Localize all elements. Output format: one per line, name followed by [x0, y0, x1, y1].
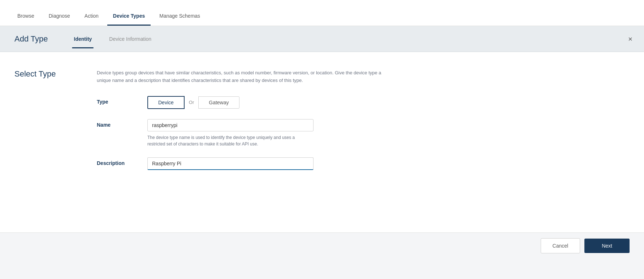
cancel-button[interactable]: Cancel	[541, 238, 580, 253]
top-navigation: Browse Diagnose Action Device Types Mana…	[0, 0, 644, 26]
name-input[interactable]	[147, 119, 314, 131]
wizard-header: Add Type Identity Device Information ×	[0, 26, 644, 52]
type-label: Type	[97, 96, 147, 105]
nav-action[interactable]: Action	[79, 4, 104, 26]
name-row: Name The device type name is used to ide…	[97, 119, 393, 147]
description-input[interactable]	[147, 157, 314, 170]
nav-diagnose[interactable]: Diagnose	[43, 4, 76, 26]
footer: Cancel Next	[0, 232, 644, 258]
description-label: Description	[97, 157, 147, 166]
wizard-step-identity[interactable]: Identity	[65, 36, 101, 42]
wizard-title: Add Type	[14, 34, 48, 44]
name-label: Name	[97, 119, 147, 128]
wizard-steps: Identity Device Information	[65, 36, 160, 42]
type-row: Type Device Or Gateway	[97, 96, 393, 109]
form-description: Device types group devices that have sim…	[97, 69, 393, 84]
close-button[interactable]: ×	[628, 35, 632, 43]
wizard-step-identity-label: Identity	[74, 36, 92, 42]
nav-manage-schemas[interactable]: Manage Schemas	[154, 4, 206, 26]
name-control: The device type name is used to identify…	[147, 119, 393, 147]
type-buttons: Device Or Gateway	[147, 96, 393, 109]
type-device-button[interactable]: Device	[147, 96, 185, 109]
main-content: Select Type Device types group devices t…	[0, 52, 644, 232]
wizard-step-device-information[interactable]: Device Information	[100, 36, 160, 42]
type-or-separator: Or	[185, 100, 198, 105]
name-hint: The device type name is used to identify…	[147, 134, 314, 147]
section-title: Select Type	[14, 69, 79, 215]
type-gateway-button[interactable]: Gateway	[198, 96, 239, 109]
nav-browse[interactable]: Browse	[12, 4, 40, 26]
form-section: Device types group devices that have sim…	[97, 69, 393, 215]
description-row: Description	[97, 157, 393, 170]
nav-device-types[interactable]: Device Types	[107, 4, 151, 26]
next-button[interactable]: Next	[584, 239, 630, 253]
description-control	[147, 157, 393, 170]
wizard-step-device-info-label: Device Information	[109, 36, 151, 42]
type-control: Device Or Gateway	[147, 96, 393, 109]
